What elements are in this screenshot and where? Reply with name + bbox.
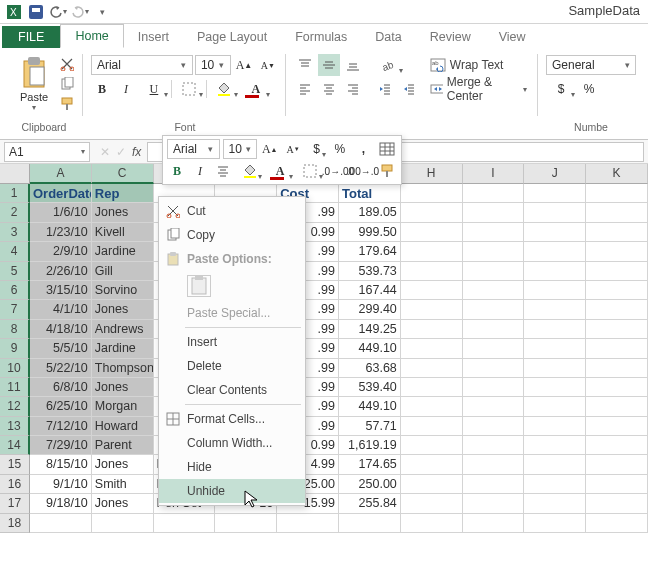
cell-G11[interactable]: 539.40 bbox=[339, 378, 401, 397]
cell-I18[interactable] bbox=[463, 514, 525, 533]
cell-A3[interactable]: 1/23/10 bbox=[30, 223, 92, 242]
cell-H1[interactable] bbox=[401, 184, 463, 203]
tab-view[interactable]: View bbox=[485, 26, 540, 48]
redo-icon[interactable]: ▾ bbox=[70, 2, 90, 22]
cell-I14[interactable] bbox=[463, 436, 525, 455]
col-header-K[interactable]: K bbox=[586, 164, 648, 184]
cell-C16[interactable]: Smith bbox=[92, 475, 154, 494]
cell-A16[interactable]: 9/1/10 bbox=[30, 475, 92, 494]
col-header-A[interactable]: A bbox=[30, 164, 92, 184]
undo-icon[interactable]: ▾ bbox=[48, 2, 68, 22]
row-header-10[interactable]: 10 bbox=[0, 359, 30, 378]
align-right-icon[interactable] bbox=[342, 78, 364, 100]
row-header-13[interactable]: 13 bbox=[0, 417, 30, 436]
cell-K1[interactable] bbox=[586, 184, 648, 203]
cell-J8[interactable] bbox=[524, 320, 586, 339]
cell-G12[interactable]: 449.10 bbox=[339, 397, 401, 416]
cell-K13[interactable] bbox=[586, 417, 648, 436]
cell-J13[interactable] bbox=[524, 417, 586, 436]
increase-font-icon[interactable]: A▲ bbox=[233, 54, 255, 76]
cell-J16[interactable] bbox=[524, 475, 586, 494]
cell-K8[interactable] bbox=[586, 320, 648, 339]
cell-I17[interactable] bbox=[463, 494, 525, 513]
cell-C17[interactable]: Jones bbox=[92, 494, 154, 513]
mini-increase-font-icon[interactable]: A▲ bbox=[260, 138, 280, 160]
cell-I3[interactable] bbox=[463, 223, 525, 242]
mini-align-center-icon[interactable] bbox=[213, 160, 233, 182]
cell-K16[interactable] bbox=[586, 475, 648, 494]
cell-J3[interactable] bbox=[524, 223, 586, 242]
font-name-dropdown[interactable]: Arial▾ bbox=[91, 55, 193, 75]
cell-K18[interactable] bbox=[586, 514, 648, 533]
cell-A12[interactable]: 6/25/10 bbox=[30, 397, 92, 416]
cell-A10[interactable]: 5/22/10 bbox=[30, 359, 92, 378]
tab-page-layout[interactable]: Page Layout bbox=[183, 26, 281, 48]
cell-C1[interactable]: Rep bbox=[92, 184, 154, 203]
cell-C15[interactable]: Jones bbox=[92, 455, 154, 474]
mini-format-painter-icon[interactable] bbox=[377, 160, 397, 182]
mini-comma-icon[interactable]: , bbox=[353, 138, 373, 160]
ctx-paste-special[interactable]: Paste Special... bbox=[159, 301, 305, 325]
cell-C10[interactable]: Thompson bbox=[92, 359, 154, 378]
cell-D18[interactable] bbox=[154, 514, 216, 533]
ctx-delete[interactable]: Delete bbox=[159, 354, 305, 378]
percent-format-icon[interactable]: % bbox=[578, 78, 600, 100]
cell-H10[interactable] bbox=[401, 359, 463, 378]
ctx-format-cells[interactable]: Format Cells... bbox=[159, 407, 305, 431]
align-bottom-icon[interactable] bbox=[342, 54, 364, 76]
mini-font-name[interactable]: Arial▾ bbox=[167, 139, 220, 159]
ctx-copy[interactable]: Copy bbox=[159, 223, 305, 247]
paste-button[interactable]: Paste ▾ bbox=[12, 52, 56, 116]
cell-K5[interactable] bbox=[586, 262, 648, 281]
cell-H17[interactable] bbox=[401, 494, 463, 513]
cell-J17[interactable] bbox=[524, 494, 586, 513]
cell-I4[interactable] bbox=[463, 242, 525, 261]
row-header-17[interactable]: 17 bbox=[0, 494, 30, 513]
cell-K2[interactable] bbox=[586, 203, 648, 222]
cell-A14[interactable]: 7/29/10 bbox=[30, 436, 92, 455]
ctx-insert[interactable]: Insert bbox=[159, 330, 305, 354]
mini-bold-icon[interactable]: B bbox=[167, 160, 187, 182]
mini-borders-icon[interactable]: ▾ bbox=[297, 160, 324, 182]
font-color-icon[interactable]: A▾ bbox=[241, 78, 271, 100]
italic-icon[interactable]: I bbox=[115, 78, 137, 100]
tab-insert[interactable]: Insert bbox=[124, 26, 183, 48]
ctx-unhide[interactable]: Unhide bbox=[159, 479, 305, 503]
cell-H11[interactable] bbox=[401, 378, 463, 397]
merge-center-button[interactable]: Merge & Center▾ bbox=[426, 78, 531, 100]
cell-J2[interactable] bbox=[524, 203, 586, 222]
cell-C8[interactable]: Andrews bbox=[92, 320, 154, 339]
mini-italic-icon[interactable]: I bbox=[190, 160, 210, 182]
cell-H5[interactable] bbox=[401, 262, 463, 281]
cell-K6[interactable] bbox=[586, 281, 648, 300]
row-header-7[interactable]: 7 bbox=[0, 300, 30, 319]
cell-C11[interactable]: Jones bbox=[92, 378, 154, 397]
cell-K12[interactable] bbox=[586, 397, 648, 416]
cell-A7[interactable]: 4/1/10 bbox=[30, 300, 92, 319]
cell-I13[interactable] bbox=[463, 417, 525, 436]
align-left-icon[interactable] bbox=[294, 78, 316, 100]
cell-G2[interactable]: 189.05 bbox=[339, 203, 401, 222]
cell-G4[interactable]: 179.64 bbox=[339, 242, 401, 261]
row-header-11[interactable]: 11 bbox=[0, 378, 30, 397]
cell-A9[interactable]: 5/5/10 bbox=[30, 339, 92, 358]
cell-H16[interactable] bbox=[401, 475, 463, 494]
cell-G1[interactable]: Total bbox=[339, 184, 401, 203]
mini-font-color-icon[interactable]: A▾ bbox=[266, 160, 293, 182]
cell-G3[interactable]: 999.50 bbox=[339, 223, 401, 242]
underline-icon[interactable]: U▾ bbox=[139, 78, 169, 100]
cell-G13[interactable]: 57.71 bbox=[339, 417, 401, 436]
cell-K11[interactable] bbox=[586, 378, 648, 397]
cell-I8[interactable] bbox=[463, 320, 525, 339]
cell-A5[interactable]: 2/26/10 bbox=[30, 262, 92, 281]
cell-C9[interactable]: Jardine bbox=[92, 339, 154, 358]
wrap-text-button[interactable]: abWrap Text bbox=[426, 54, 531, 76]
ctx-column-width[interactable]: Column Width... bbox=[159, 431, 305, 455]
cell-G16[interactable]: 250.00 bbox=[339, 475, 401, 494]
cell-A15[interactable]: 8/15/10 bbox=[30, 455, 92, 474]
cell-C12[interactable]: Morgan bbox=[92, 397, 154, 416]
cell-A6[interactable]: 3/15/10 bbox=[30, 281, 92, 300]
insert-function-icon[interactable]: fx bbox=[132, 145, 141, 159]
borders-icon[interactable]: ▾ bbox=[174, 78, 204, 100]
cell-H2[interactable] bbox=[401, 203, 463, 222]
